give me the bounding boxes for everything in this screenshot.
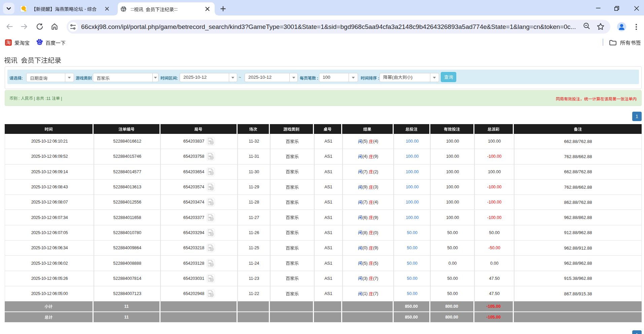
svg-text:du: du	[38, 42, 41, 45]
